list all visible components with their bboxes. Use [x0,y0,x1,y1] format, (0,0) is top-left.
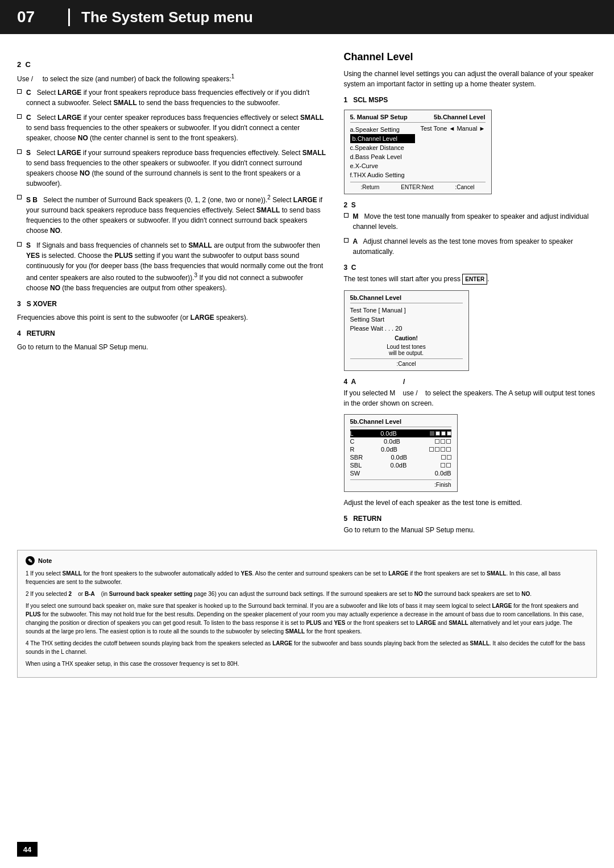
section-3: 3 S XOVER Frequencies above this point i… [17,299,327,323]
section-4-text: 4 RETURN [17,328,327,339]
level-row-l: L 0.0dB [350,429,451,437]
bullet-icon [17,149,22,154]
step-3-text: The test tones will start after you pres… [344,274,598,285]
bar1 [435,439,439,444]
bullet-icon [344,213,349,218]
bullet-item-c1: C Select LARGE if your front speakers re… [17,87,327,108]
bar3 [441,431,446,436]
note-item-5: When using a THX speaker setup, in this … [26,660,588,668]
menu-screen-right: Test Tone ◄ Manual ► [421,125,486,180]
menu-3-row2: Setting Start [350,315,463,324]
menu-screen-footer: :Return ENTER:Next :Cancel [350,182,486,190]
step-4-header: 4 A / [344,378,598,386]
note-item-3: If you select one surround back speaker … [26,602,588,636]
menu-3-row1: Test Tone [ Manual ] [350,306,463,315]
channel-level-intro: Using the channel level settings you can… [344,69,598,89]
bar3 [446,439,451,444]
bullet-item-s: S Select LARGE if your surround speakers… [17,148,327,189]
menu-row-2-selected: b.Channel Level [350,134,415,143]
bar1 [441,455,446,460]
content-area: 2 C Use / to select the size (and number… [0,51,614,539]
step-5: 5 RETURN Go to return to the Manual SP S… [344,515,598,535]
bar2 [446,463,451,468]
bullet-icon [17,242,22,247]
level-bars-sbl [441,463,451,468]
page-number: 44 [17,842,38,857]
bullet-icon [17,195,22,199]
level-row-c: C 0.0dB [350,437,451,445]
level-row-sw: SW 0.0dB [350,469,451,477]
step-2: 2 S M Move the test tone manually from s… [344,201,598,257]
step-2-header: 2 S [344,201,598,209]
header-bar: 07 The System Setup menu [0,0,614,34]
bar4 [446,447,451,452]
bullet-list: C Select LARGE if your front speakers re… [17,87,327,293]
menu-screen-left-rows: a.Speaker Setting b.Channel Level c.Spea… [350,125,415,180]
menu-row-4: d.Bass Peak Level [350,152,415,161]
right-column: Channel Level Using the channel level se… [344,51,598,539]
menu-screen-3-header: 5b.Channel Level [350,294,463,303]
menu-row-6: f.THX Audio Setting [350,170,415,180]
note-icon: ✎ [26,556,35,565]
step-4-text: If you selected M use / to select the sp… [344,388,598,408]
level-display-header: 5b.Channel Level [350,418,451,427]
level-display: 5b.Channel Level L 0.0dB C [344,414,458,492]
note-item-2: 2 If you selected 2 or B-A (in Surround … [26,590,588,598]
level-bars-r [429,447,451,452]
bar2 [447,455,451,460]
bar2 [435,431,440,436]
bar1 [441,463,445,468]
channel-level-title: Channel Level [344,51,598,63]
level-bars-c [435,439,451,444]
caution-header: Caution! [350,335,463,341]
menu-row-5: e.X-Curve [350,161,415,170]
step-3: 3 C The test tones will start after you … [344,264,598,371]
bar2 [435,447,439,452]
level-finish: :Finish [350,479,451,488]
level-bars-sbr [441,455,451,460]
section-2-header: 2 C [17,60,327,69]
level-row-r: R 0.0dB [350,445,451,453]
menu-row-3: c.Speaker Distance [350,143,415,152]
section-4-body: Go to return to the Manual SP Setup menu… [17,342,327,352]
bullet-item-c2: C Select LARGE if your center speaker re… [17,112,327,143]
level-bars-l [430,431,451,436]
menu-screen-header: 5. Manual SP Setup 5b.Channel Level [350,114,486,123]
bar3 [441,447,445,452]
bullet-icon [17,114,22,119]
section-3-body: Frequencies above this point is sent to … [17,312,327,323]
section-4: 4 RETURN Go to return to the Manual SP S… [17,328,327,352]
step2-option-m: M Move the test tone manually from speak… [344,211,598,232]
step-1-header: 1 SCL MSPS [344,96,598,104]
step-3-header: 3 C [344,264,598,272]
bullet-icon [17,89,22,94]
note-item-4: 4 The THX setting decides the cutoff bet… [26,639,588,656]
caution-text-2: will be output. [350,350,463,356]
bullet-text: S If Signals and bass frequencies of cha… [26,240,327,293]
step-4b-text: Adjust the level of each speaker as the … [344,498,598,508]
menu-screen-1: 5. Manual SP Setup 5b.Channel Level a.Sp… [344,110,492,194]
note-section: ✎ Note 1 If you select SMALL for the fro… [17,550,597,678]
intro-text: Use / to select the size (and number) of… [17,72,327,84]
menu-screen-body: a.Speaker Setting b.Channel Level c.Spea… [350,125,486,180]
bar1 [430,431,434,436]
chapter-number: 07 [17,8,51,26]
section-3-text: 3 S XOVER [17,299,327,309]
bar4 [447,431,451,436]
bullet-text: C Select LARGE if your center speaker re… [26,112,327,143]
caution-text-1: Loud test tones [350,344,463,350]
step-4: 4 A / If you selected M use / to select … [344,378,598,508]
bar1 [429,447,434,452]
menu-screen-3: 5b.Channel Level Test Tone [ Manual ] Se… [344,290,469,371]
step-1: 1 SCL MSPS 5. Manual SP Setup 5b.Channel… [344,96,598,194]
bullet-text: C Select LARGE if your front speakers re… [26,87,327,108]
step2-option-a: A Adjust channel levels as the test tone… [344,236,598,257]
bullet-item-sb: S B Select the number of Surround Back s… [17,193,327,236]
level-row-sbr: SBR 0.0dB [350,453,451,461]
note-header: ✎ Note [26,556,588,566]
left-column: 2 C Use / to select the size (and number… [17,51,327,539]
note-item-1: 1 If you select SMALL for the front spea… [26,569,588,586]
page-title: The System Setup menu [68,9,253,26]
bar2 [441,439,445,444]
level-row-sbl: SBL 0.0dB [350,461,451,469]
